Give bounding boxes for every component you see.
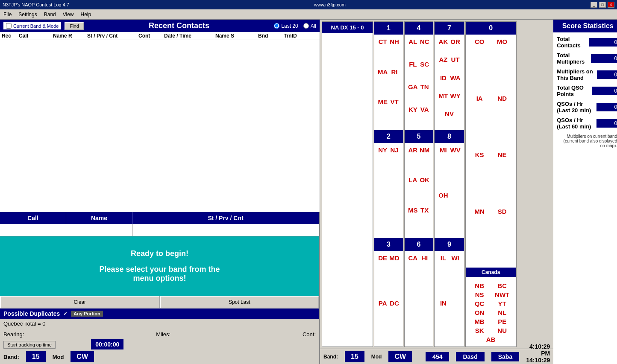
state-AR: AR (408, 146, 418, 175)
find-button[interactable]: Find (65, 22, 84, 30)
state-WV: WV (450, 146, 460, 190)
state-AK: AK (438, 38, 448, 54)
current-band-checkbox[interactable] (6, 23, 12, 29)
call-input[interactable] (0, 224, 66, 236)
state-VT: VT (389, 98, 399, 127)
state-NE: NE (492, 151, 513, 206)
district-4-panel: 4 AL NC FL SC GA TN KY VA 5 AR NM LA (404, 21, 434, 347)
ready-line3: menu options! (133, 274, 186, 283)
state-FL: FL (408, 61, 418, 82)
district-5-states: AR NM LA OK MS TX (405, 143, 433, 239)
entry-panel: Call Name St / Prv / Cnt Ready to begin!… (0, 212, 320, 364)
tracking-button[interactable]: Start tracking op time (3, 341, 56, 349)
state-MN: MN (469, 208, 490, 263)
state-MA: MA (378, 68, 388, 97)
district-9-header: 9 (435, 238, 464, 251)
state-NY: NY (378, 146, 388, 235)
map-grid: NA DX 15 - 0 1 CT NH MA RI ME VT 2 NY NJ (320, 20, 553, 349)
menu-file[interactable]: File (3, 12, 12, 17)
clear-button[interactable]: Clear (0, 296, 160, 309)
state-IA: IA (469, 95, 490, 150)
all-label[interactable]: All (303, 23, 316, 29)
state-SC: SC (420, 61, 429, 82)
stat-label-qsoHr60: QSOs / Hr (Last 60 min) (557, 117, 596, 130)
state-NH: NH (389, 38, 399, 67)
col-cont: Cont (138, 33, 164, 39)
menu-bar: File Settings Band View Help (0, 9, 617, 20)
state-GA: GA (408, 83, 418, 104)
band-row: Band: 15 Mod CW (0, 349, 319, 364)
state-MS: MS (408, 207, 418, 235)
last20-label[interactable]: Last 20 (274, 23, 298, 29)
col-datetime: Date / Time (164, 33, 215, 39)
close-button[interactable]: ✕ (608, 2, 614, 8)
district-8-header: 8 (435, 130, 464, 143)
entry-header-call: Call (0, 212, 66, 224)
state-CA: CA (408, 254, 418, 343)
state-VA: VA (420, 106, 429, 127)
possible-dup-label: Possible Duplicates (3, 310, 60, 317)
state-RI: RI (389, 68, 399, 97)
col-nameR: Name R (53, 33, 87, 39)
menu-settings[interactable]: Settings (18, 12, 37, 17)
stat-value-qsoHr20: 0 (596, 103, 617, 111)
menu-band[interactable]: Band (44, 12, 56, 17)
district-0-header: 0 (466, 22, 516, 35)
state-HI: HI (420, 254, 429, 343)
stat-value-totalMult: 0 (591, 54, 617, 63)
stat-label-qsoHr20: QSOs / Hr (Last 20 min) (557, 101, 596, 114)
district-0-states: CO MO IA ND KS NE MN SD (466, 35, 516, 266)
recent-contacts-title: Recent Contacts (88, 21, 270, 30)
maximize-button[interactable]: □ (599, 2, 606, 8)
district-0-panel: 0 CO MO IA ND KS NE MN SD Canada NB BC (465, 21, 517, 347)
col-bnd: Bnd (258, 33, 284, 39)
band-value: 15 (26, 351, 46, 362)
current-band-label: Current Band & Mode (13, 23, 59, 29)
district-2-header: 2 (374, 130, 403, 143)
last20-radio[interactable] (274, 23, 279, 29)
name-input[interactable] (66, 224, 132, 236)
prov-BC: BC (492, 282, 513, 289)
state-ND: ND (492, 95, 513, 150)
district-8-states: MI WV OH (435, 143, 464, 239)
stprvcnt-input[interactable] (132, 224, 319, 236)
district-1-header: 1 (374, 22, 403, 35)
prov-YT: YT (492, 300, 513, 307)
state-OK: OK (420, 176, 429, 205)
district-6-states: CA HI (405, 251, 433, 347)
state-OH: OH (438, 192, 448, 235)
col-call: Call (19, 33, 53, 39)
district-7-panel: 7 AK OR AZ UT ID WA MT WY NV 8 MI WV (434, 21, 464, 347)
bottom-status: Band: 15 Mod CW 454 Dasd Saba 4:10:29 PM… (320, 349, 553, 364)
all-radio[interactable] (303, 23, 309, 29)
district-6-header: 6 (405, 238, 433, 251)
status-total: 454 (426, 352, 449, 361)
prov-QC: QC (469, 300, 490, 307)
district-1-panel: 1 CT NH MA RI ME VT 2 NY NJ 3 D (374, 21, 403, 347)
state-OR: OR (450, 38, 460, 54)
menu-view[interactable]: View (63, 12, 74, 17)
dup-info: Quebec Total = 0 (0, 319, 319, 329)
miles-label: Miles: (156, 331, 170, 338)
entry-header-stprvcnt: St / Prv / Cnt (132, 212, 319, 224)
minimize-button[interactable]: _ (591, 2, 597, 8)
contact-table-body (0, 40, 320, 212)
prov-NU: NU (492, 327, 513, 334)
state-TX: TX (420, 207, 429, 235)
stat-total-contacts: Total Contacts 0 (557, 36, 617, 49)
entry-fields-row (0, 224, 319, 236)
utc-value: 14:10:29 UTC (526, 357, 550, 364)
current-band-mode-check[interactable]: Current Band & Mode (3, 22, 61, 29)
col-trnid: TrnID (284, 33, 318, 39)
spot-last-button[interactable]: Spot Last (160, 296, 320, 309)
state-SD: SD (492, 208, 513, 263)
mod-value: CW (71, 351, 94, 362)
menu-help[interactable]: Help (81, 12, 91, 17)
district-1-states: CT NH MA RI ME VT (374, 35, 403, 130)
title-bar: N3FJP's NAQP Contest Log 4.7 www.n3fjp.c… (0, 0, 617, 9)
stat-qso-hr20: QSOs / Hr (Last 20 min) 0 (557, 101, 617, 114)
stat-value-totalContacts: 0 (589, 38, 617, 47)
status-spacer: Band: (323, 354, 338, 360)
prov-MB: MB (469, 318, 490, 325)
district-9-states: IL WI IN (435, 251, 464, 347)
